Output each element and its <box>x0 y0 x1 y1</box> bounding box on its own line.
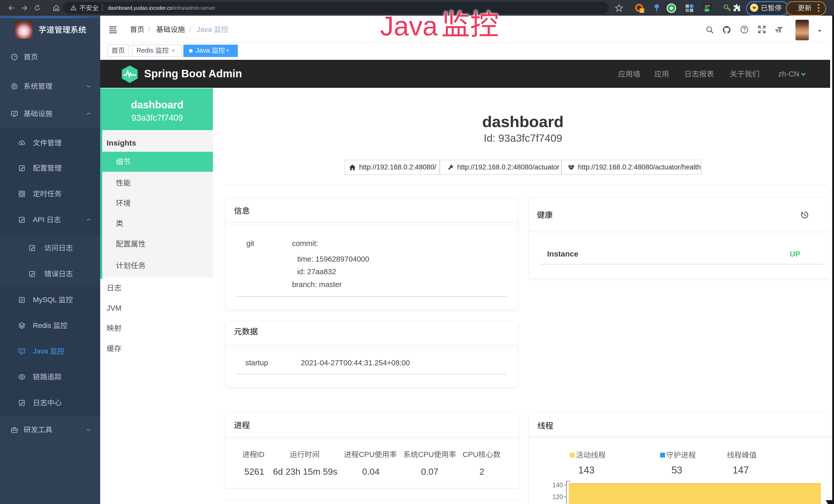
svg-text:on: on <box>706 9 708 12</box>
svg-text:1: 1 <box>641 8 643 13</box>
